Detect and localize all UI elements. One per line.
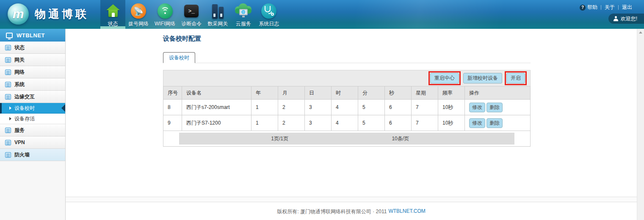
scroll-up-arrow-icon[interactable] (637, 29, 644, 36)
edit-button[interactable]: 修改 (469, 103, 485, 112)
table-row: 8 西门子s7-200smart 1 2 3 4 5 6 7 10秒 修改 (163, 100, 531, 115)
wifi-icon (158, 3, 173, 19)
dial-network-icon: 📡 (131, 3, 146, 19)
list-icon (5, 57, 11, 63)
sidebar-item-firewall[interactable]: 防火墙 (0, 149, 65, 161)
col-month: 月 (278, 86, 305, 100)
pagination-bar[interactable]: 1页/1页 10条/页 (179, 133, 514, 145)
footer-divider (66, 197, 637, 202)
table-header-row: 序号 设备名 年 月 日 时 分 秒 星期 频率 操作 (163, 86, 531, 100)
col-device-name: 设备名 (182, 86, 252, 100)
page-size-indicator: 10条/页 (392, 135, 409, 142)
app-header: m 物通博联 状态 📡 拨号网络 WIFI网络 >_ (0, 0, 644, 29)
footer: 版权所有: 厦门物通博联网络科技有限公司 · 2011 WTBLNET.COM (66, 202, 637, 220)
selected-notch (61, 104, 65, 112)
monitor-icon (6, 33, 13, 38)
cloud-icon: 🌐 (235, 3, 252, 19)
brand-logo: m 物通博联 (8, 3, 89, 25)
sidebar-item-gateway[interactable]: 网关 (0, 54, 65, 66)
pagination-row: 1页/1页 10条/页 (163, 131, 531, 147)
sidebar-item-vpn[interactable]: VPN (0, 136, 65, 149)
nav-status[interactable]: 状态 (100, 0, 125, 29)
page-title: 设备校时配置 (163, 35, 531, 43)
table-row: 9 西门子S7-1200 1 2 3 4 5 6 7 10秒 修改 (163, 115, 531, 131)
nav-system-log[interactable]: 系统日志 (256, 0, 282, 29)
divider (601, 5, 601, 10)
table-toolbar: 重启中心 新增校时设备 开启 (163, 70, 531, 86)
wtblnet-link[interactable]: WTBLNET.COM (388, 208, 425, 214)
about-link[interactable]: 关于 (605, 4, 615, 11)
restart-center-button[interactable]: 重启中心 (430, 73, 459, 84)
annotation-box-restart: 重启中心 (428, 71, 461, 85)
list-icon (5, 140, 11, 145)
stethoscope-icon (261, 3, 276, 19)
list-icon (5, 94, 11, 100)
sidebar-item-system[interactable]: 系统 (0, 78, 65, 91)
divider (618, 5, 619, 10)
home-icon (106, 3, 120, 19)
sidebar-title: WTBLNET (0, 29, 65, 42)
list-icon (5, 128, 11, 133)
copyright-text: 版权所有: 厦门物通博联网络科技有限公司 · 2011 (277, 208, 387, 215)
logout-link[interactable]: 退出 (622, 4, 632, 11)
header-links: ? 帮助 关于 退出 (580, 4, 632, 11)
sidebar-item-status[interactable]: 状态 (0, 42, 65, 54)
terminal-icon: >_ (184, 3, 199, 19)
col-year: 年 (252, 86, 278, 100)
nav-diagnostic-command[interactable]: >_ 诊断命令 (178, 0, 205, 29)
question-icon: ? (580, 5, 586, 11)
sidebar: WTBLNET 状态 网关 网络 系统 边缘交互 设备校时 设备 (0, 29, 66, 220)
sidebar-item-edge-interaction[interactable]: 边缘交互 (0, 91, 65, 103)
page-indicator: 1页/1页 (271, 135, 288, 142)
nav-cloud-service[interactable]: 🌐 云服务 (231, 0, 256, 29)
vertical-scrollbar[interactable] (637, 29, 644, 220)
col-seq: 序号 (163, 86, 182, 100)
help-link[interactable]: ? 帮助 (580, 4, 597, 11)
col-minute: 分 (358, 86, 385, 100)
col-second: 秒 (385, 86, 412, 100)
nav-data-gateway[interactable]: 数采网关 (205, 0, 231, 29)
col-hour: 时 (332, 86, 358, 100)
nav-dial-network[interactable]: 📡 拨号网络 (125, 0, 152, 29)
delete-button[interactable]: 删除 (486, 103, 503, 112)
brand-logo-icon: m (8, 3, 29, 25)
annotation-box-enable: 开启 (505, 71, 527, 85)
sidebar-subitem-device-timing[interactable]: 设备校时 (0, 103, 65, 114)
col-actions: 操作 (465, 86, 531, 100)
caret-right-icon (9, 117, 11, 120)
sidebar-item-network[interactable]: 网络 (0, 66, 65, 78)
caret-right-icon (9, 106, 11, 110)
welcome-badge[interactable]: 欢迎您! (608, 14, 644, 24)
col-frequency: 频率 (438, 86, 465, 100)
col-day: 日 (305, 86, 332, 100)
tab-bar: 设备校时 (163, 52, 531, 63)
brand-name: 物通博联 (35, 7, 89, 22)
edit-button[interactable]: 修改 (469, 118, 485, 128)
device-timing-table: 序号 设备名 年 月 日 时 分 秒 星期 频率 操作 (163, 86, 531, 147)
col-week: 星期 (412, 86, 438, 100)
tab-device-timing[interactable]: 设备校时 (163, 52, 195, 63)
list-icon (5, 152, 11, 158)
enable-button[interactable]: 开启 (506, 73, 525, 84)
top-navigation: 状态 📡 拨号网络 WIFI网络 >_ 诊断命令 (100, 0, 282, 29)
list-icon (5, 82, 11, 87)
list-icon (5, 70, 11, 75)
nav-wifi-network[interactable]: WIFI网络 (152, 0, 178, 29)
sidebar-item-service[interactable]: 服务 (0, 124, 65, 136)
user-icon (614, 16, 618, 21)
gateway-icon (212, 3, 224, 19)
list-icon (5, 45, 11, 50)
sidebar-subitem-device-alive[interactable]: 设备存活 (0, 114, 65, 124)
main-content: 设备校时配置 设备校时 重启中心 新增校时设备 开启 (66, 29, 637, 197)
welcome-text: 欢迎您! (621, 15, 637, 22)
add-timing-device-button[interactable]: 新增校时设备 (463, 73, 502, 84)
delete-button[interactable]: 删除 (486, 118, 503, 128)
